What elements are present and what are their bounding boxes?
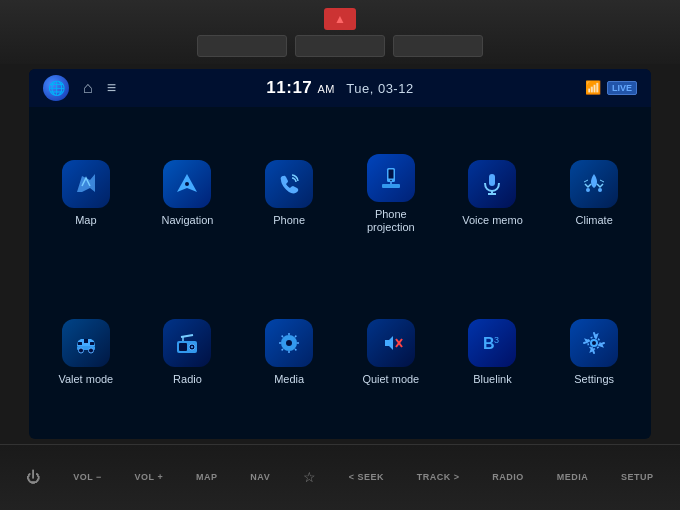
svg-rect-6 [489, 174, 495, 186]
settings-label: Settings [574, 373, 614, 386]
power-icon: ⏻ [26, 469, 40, 485]
hazard-button[interactable] [324, 8, 356, 30]
seek-back-button[interactable]: < SEEK [349, 472, 384, 482]
app-settings[interactable]: Settings [547, 278, 641, 429]
svg-point-1 [185, 182, 189, 186]
navigation-label: Navigation [162, 214, 214, 227]
media-button[interactable]: MEDIA [557, 472, 589, 482]
bluelink-icon: B 3 [468, 319, 516, 367]
svg-rect-16 [90, 342, 94, 345]
svg-point-13 [88, 348, 93, 353]
radio-button[interactable]: RADIO [492, 472, 524, 482]
svg-text:3: 3 [494, 335, 499, 345]
radio-label: Radio [173, 373, 202, 386]
svg-point-12 [78, 348, 83, 353]
map-label: Map [75, 214, 96, 227]
menu-icon[interactable]: ≡ [107, 79, 116, 97]
live-badge: LIVE [607, 81, 637, 95]
app-phone-projection[interactable]: Phoneprojection [344, 119, 438, 270]
phone-label: Phone [273, 214, 305, 227]
svg-point-29 [592, 341, 596, 345]
home-icon[interactable]: ⌂ [83, 79, 93, 97]
svg-rect-5 [382, 184, 400, 188]
svg-point-4 [390, 180, 392, 182]
radio-hw-label: RADIO [492, 472, 524, 482]
media-hw-label: MEDIA [557, 472, 589, 482]
ampm-display: AM [318, 83, 336, 95]
setup-label: SETUP [621, 472, 654, 482]
phone-projection-icon [367, 154, 415, 202]
power-button[interactable]: ⏻ [26, 469, 40, 485]
map-icon [62, 160, 110, 208]
favorite-button[interactable]: ☆ [303, 469, 316, 485]
svg-point-9 [586, 188, 590, 192]
nav-label: NAV [250, 472, 270, 482]
app-map[interactable]: Map [39, 119, 133, 270]
svg-point-23 [286, 340, 292, 346]
app-grid: Map Navigation [29, 107, 651, 439]
star-icon: ☆ [303, 469, 316, 485]
vent-right [393, 35, 483, 57]
app-phone[interactable]: Phone [242, 119, 336, 270]
svg-rect-3 [388, 169, 393, 178]
seek-back-label: < SEEK [349, 472, 384, 482]
app-navigation[interactable]: Navigation [141, 119, 235, 270]
svg-rect-18 [179, 343, 187, 351]
svg-rect-14 [84, 339, 88, 343]
climate-label: Climate [576, 214, 613, 227]
vent-area [197, 35, 483, 57]
bluelink-label: Bluelink [473, 373, 512, 386]
phone-icon [265, 160, 313, 208]
app-radio[interactable]: Radio [141, 278, 235, 429]
map-label: MAP [196, 472, 218, 482]
vol-down-label: VOL − [73, 472, 102, 482]
globe-icon[interactable]: 🌐 [43, 75, 69, 101]
svg-rect-15 [78, 342, 82, 345]
svg-point-20 [191, 346, 193, 348]
status-left: 🌐 ⌂ ≡ [43, 75, 192, 101]
valet-mode-label: Valet mode [58, 373, 113, 386]
app-valet-mode[interactable]: Valet mode [39, 278, 133, 429]
svg-point-10 [598, 188, 602, 192]
vol-down-button[interactable]: VOL − [73, 472, 102, 482]
media-icon [265, 319, 313, 367]
vent-left [197, 35, 287, 57]
map-button[interactable]: MAP [196, 472, 218, 482]
signal-icon: 📶 [585, 80, 601, 95]
app-media[interactable]: Media [242, 278, 336, 429]
navigation-icon [163, 160, 211, 208]
climate-icon [570, 160, 618, 208]
media-label: Media [274, 373, 304, 386]
app-voice-memo[interactable]: Voice memo [446, 119, 540, 270]
voice-memo-icon [468, 160, 516, 208]
settings-icon [570, 319, 618, 367]
vol-up-label: VOL + [135, 472, 164, 482]
app-climate[interactable]: Climate [547, 119, 641, 270]
date-display: Tue, 03-12 [346, 81, 413, 96]
time-display: 11:17 [266, 78, 312, 97]
top-bezel [0, 0, 680, 64]
main-screen: 🌐 ⌂ ≡ 11:17 AM Tue, 03-12 📶 LIVE [29, 69, 651, 439]
app-quiet-mode[interactable]: Quiet mode [344, 278, 438, 429]
status-bar: 🌐 ⌂ ≡ 11:17 AM Tue, 03-12 📶 LIVE [29, 69, 651, 107]
svg-text:B: B [483, 335, 495, 352]
app-bluelink[interactable]: B 3 Bluelink [446, 278, 540, 429]
voice-memo-label: Voice memo [462, 214, 523, 227]
quiet-mode-icon [367, 319, 415, 367]
phone-projection-label: Phoneprojection [367, 208, 415, 234]
hardware-buttons-bar: ⏻ VOL − VOL + MAP NAV ☆ < SEEK TRACK > R… [0, 444, 680, 510]
track-button[interactable]: TRACK > [417, 472, 460, 482]
track-label: TRACK > [417, 472, 460, 482]
quiet-mode-label: Quiet mode [362, 373, 419, 386]
vent-center [295, 35, 385, 57]
status-center: 11:17 AM Tue, 03-12 [192, 78, 489, 98]
setup-button[interactable]: SETUP [621, 472, 654, 482]
status-right: 📶 LIVE [489, 80, 638, 95]
nav-button[interactable]: NAV [250, 472, 270, 482]
radio-icon [163, 319, 211, 367]
valet-mode-icon [62, 319, 110, 367]
vol-up-button[interactable]: VOL + [135, 472, 164, 482]
